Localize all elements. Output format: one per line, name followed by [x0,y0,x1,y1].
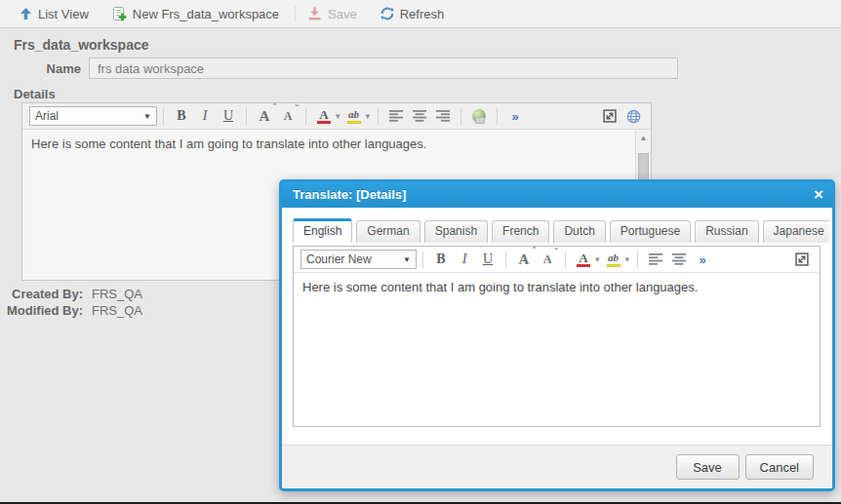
tab-japanese[interactable]: Japanese [763,220,829,243]
font-color-button[interactable]: A [312,105,336,127]
align-center-button[interactable] [667,249,691,270]
tab-portuguese[interactable]: Portuguese [610,220,691,243]
shrink-font-icon: Aˇ [543,252,552,267]
align-left-icon [649,253,663,265]
highlight-caret-icon[interactable]: ▾ [625,254,630,264]
underline-icon: U [483,252,493,267]
scrollbar-thumb[interactable] [638,153,649,182]
translate-dialog: Translate: [Details] × English German Sp… [279,179,835,491]
highlight-caret-icon[interactable]: ▾ [366,111,371,121]
italic-button[interactable]: I [193,105,217,127]
tab-russian[interactable]: Russian [695,220,758,243]
refresh-label: Refresh [400,7,445,21]
translation-editor-content[interactable]: Here is some content that I am going to … [294,273,820,302]
shrink-font-icon: Aˇ [284,109,293,124]
bold-button[interactable]: B [170,105,193,127]
select-caret-icon: ▼ [138,112,151,121]
font-color-icon: A [319,109,328,120]
select-caret-icon: ▼ [397,255,411,264]
underline-button[interactable]: U [217,105,240,127]
italic-button[interactable]: I [453,249,476,270]
language-tabs: English German Spanish French Dutch Port… [293,218,829,243]
grow-font-icon: Aˆ [519,252,530,268]
new-document-icon [112,7,127,21]
font-color-button[interactable]: A [572,249,595,270]
align-left-icon [389,110,404,122]
toolbar-separator [497,108,498,125]
scroll-up-icon[interactable]: ▲ [636,130,651,142]
new-workspace-button[interactable]: New Frs_data_workspace [104,0,287,27]
created-by-label: Created By: [0,287,83,301]
underline-icon: U [223,108,233,124]
maximize-button[interactable] [598,105,621,127]
dialog-cancel-button[interactable]: Cancel [745,454,814,480]
toolbar-separator [505,252,506,268]
shrink-font-button[interactable]: Aˇ [536,249,559,270]
font-color-caret-icon[interactable]: ▾ [595,254,600,264]
highlight-icon: ab [348,109,359,120]
translation-editor-toolbar: Courier New ▼ B I U Aˆ Aˇ A ▾ ab [294,247,820,273]
modified-by-row: Modified By:FRS_QA [0,303,142,318]
details-editor-toolbar: Arial ▼ B I U Aˆ Aˇ A ▾ ab ▾ [22,103,651,130]
tab-spanish[interactable]: Spanish [424,220,488,243]
bold-icon: B [177,108,185,124]
maximize-button[interactable] [790,249,814,270]
tab-dutch[interactable]: Dutch [553,220,605,243]
font-family-value: Arial [35,109,59,123]
highlight-color-button[interactable]: ab [602,249,625,270]
align-left-button[interactable] [644,249,667,270]
shrink-font-button[interactable]: Aˇ [276,105,300,127]
italic-icon: I [462,252,467,267]
align-right-button[interactable] [431,105,455,127]
grow-font-button[interactable]: Aˆ [253,105,276,127]
close-icon[interactable]: × [814,182,823,208]
grow-font-icon: Aˆ [260,108,270,125]
details-editor-content[interactable]: Here is some content that I am going to … [22,130,634,159]
toolbar-overflow-button[interactable]: » [691,249,714,270]
save-label: Save [328,7,357,21]
tab-english[interactable]: English [293,218,352,243]
spellcheck-button[interactable] [467,105,491,127]
bold-icon: B [436,252,445,267]
toolbar-overflow-button[interactable]: » [503,105,527,127]
font-family-select[interactable]: Courier New ▼ [300,250,417,269]
name-input[interactable] [89,58,678,79]
tab-french[interactable]: French [492,220,549,243]
dialog-save-button[interactable]: Save [676,454,740,480]
toolbar-separator [305,108,306,125]
translation-editor: Courier New ▼ B I U Aˆ Aˇ A ▾ ab [293,246,821,427]
modified-by-value: FRS_QA [92,303,142,318]
font-family-select[interactable]: Arial ▼ [29,106,157,126]
translate-globe-icon [626,109,641,124]
modified-by-label: Modified By: [0,303,83,318]
list-view-label: List View [38,7,89,21]
details-label: Details [14,87,56,101]
save-button[interactable]: Save [300,0,365,27]
spellcheck-icon [472,109,486,123]
toolbar-separator [637,252,638,268]
page-title: Frs_data_workspace [14,37,149,53]
align-right-icon [436,110,451,122]
toolbar-separator [163,108,164,125]
dialog-header: Translate: [Details] × [282,182,832,208]
highlight-icon: ab [608,252,619,263]
highlight-color-button[interactable]: ab [342,105,366,127]
new-workspace-label: New Frs_data_workspace [133,7,279,21]
font-color-icon: A [579,252,587,263]
maximize-icon [603,109,617,123]
align-left-button[interactable] [384,105,408,127]
up-arrow-icon [20,7,32,20]
font-color-caret-icon[interactable]: ▾ [336,111,340,121]
grow-font-button[interactable]: Aˆ [512,249,536,270]
translate-button[interactable] [621,105,645,127]
tab-german[interactable]: German [356,220,420,243]
toolbar-separator [246,108,247,125]
toolbar-separator [295,6,296,21]
refresh-button[interactable]: Refresh [373,0,453,27]
underline-button[interactable]: U [476,249,500,270]
toolbar-separator [565,252,566,268]
align-center-button[interactable] [408,105,431,127]
bold-button[interactable]: B [429,249,453,270]
toolbar-separator [422,252,423,268]
list-view-button[interactable]: List View [12,0,97,27]
